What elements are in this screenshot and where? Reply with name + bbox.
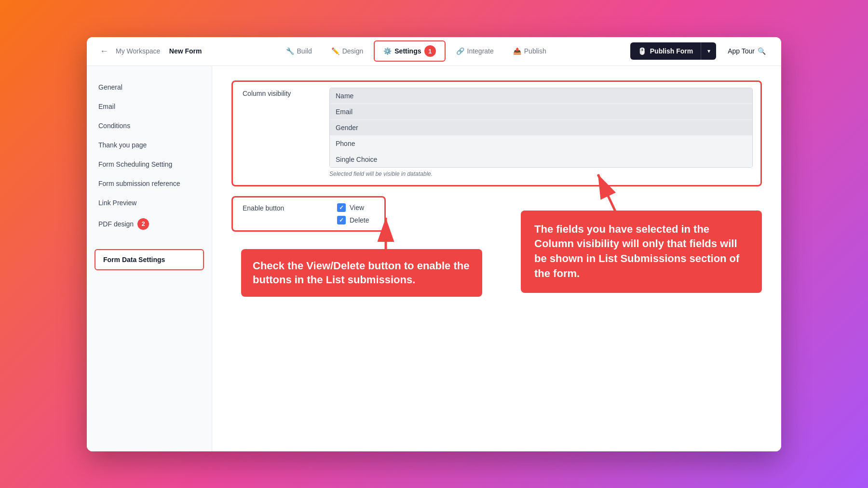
build-icon: 🔧 xyxy=(286,47,294,55)
tab-publish-label: Publish xyxy=(524,47,546,55)
col-vis-single-choice[interactable]: Single Choice xyxy=(330,152,752,167)
hand-icon: 🖱️ xyxy=(638,47,646,55)
design-icon: ✏️ xyxy=(331,47,339,55)
sidebar-item-submission-ref[interactable]: Form submission reference xyxy=(87,174,212,193)
col-vis-phone[interactable]: Phone xyxy=(330,136,752,152)
view-label: View xyxy=(350,204,364,211)
tooltip-right: The fields you have selected in the Colu… xyxy=(521,211,762,293)
enable-button-label: Enable button xyxy=(233,198,329,219)
publish-form-button[interactable]: 🖱️ Publish Form ▾ xyxy=(630,42,716,60)
sidebar-item-pdf-design[interactable]: PDF design 2 xyxy=(87,212,212,236)
tab-settings[interactable]: ⚙️ Settings 1 xyxy=(374,40,445,62)
pdf-badge: 2 xyxy=(137,218,149,230)
svg-line-3 xyxy=(598,174,617,215)
column-visibility-list: Name Email Gender Phone xyxy=(329,88,753,168)
col-vis-name[interactable]: Name xyxy=(330,88,752,104)
integrate-icon: 🔗 xyxy=(456,47,464,55)
col-vis-email[interactable]: Email xyxy=(330,104,752,120)
tab-integrate[interactable]: 🔗 Integrate xyxy=(448,43,502,59)
column-visibility-box: Column visibility Name Email Gender xyxy=(231,80,762,186)
tab-build[interactable]: 🔧 Build xyxy=(277,43,321,59)
delete-checkbox-row[interactable]: Delete xyxy=(337,216,369,224)
sidebar-item-thankyou[interactable]: Thank you page xyxy=(87,135,212,155)
col-vis-hint: Selected field will be visible in datata… xyxy=(329,168,753,181)
arrow-up-left xyxy=(588,167,637,220)
publish-icon: 📤 xyxy=(513,47,521,55)
column-visibility-label: Column visibility xyxy=(233,82,329,105)
sidebar-item-scheduling[interactable]: Form Scheduling Setting xyxy=(87,155,212,174)
sidebar-item-email[interactable]: Email xyxy=(87,97,212,116)
back-icon: ← xyxy=(100,46,108,56)
publish-form-dropdown[interactable]: ▾ xyxy=(701,42,716,60)
form-name-label: New Form xyxy=(169,47,202,55)
arrow-up-right xyxy=(366,211,405,259)
main-content: General Email Conditions Thank you page … xyxy=(87,66,781,451)
tab-design-label: Design xyxy=(342,47,364,55)
publish-form-label: Publish Form xyxy=(650,47,693,55)
tab-settings-label: Settings xyxy=(394,47,421,55)
tab-build-label: Build xyxy=(297,47,312,55)
sidebar-item-conditions[interactable]: Conditions xyxy=(87,116,212,135)
sidebar-item-link-preview[interactable]: Link Preview xyxy=(87,193,212,212)
column-visibility-control[interactable]: Name Email Gender Phone xyxy=(329,82,760,185)
app-tour-button[interactable]: App Tour 🔍 xyxy=(722,43,772,59)
workspace-label: My Workspace xyxy=(116,47,160,55)
view-checkbox[interactable] xyxy=(337,203,346,212)
settings-icon: ⚙️ xyxy=(383,47,392,55)
tab-integrate-label: Integrate xyxy=(467,47,494,55)
enable-button-box: Enable button View Delete xyxy=(231,196,386,232)
col-vis-gender[interactable]: Gender xyxy=(330,120,752,136)
nav-bar: ← My Workspace New Form 🔧 Build ✏️ Desig… xyxy=(87,37,781,66)
tab-publish[interactable]: 📤 Publish xyxy=(504,43,555,59)
tab-design[interactable]: ✏️ Design xyxy=(323,43,372,59)
search-icon: 🔍 xyxy=(758,47,766,55)
breadcrumb-separator xyxy=(162,47,164,55)
sidebar: General Email Conditions Thank you page … xyxy=(87,66,212,451)
nav-right: 🖱️ Publish Form ▾ App Tour 🔍 xyxy=(630,42,772,60)
sidebar-item-general[interactable]: General xyxy=(87,78,212,97)
back-button[interactable]: ← xyxy=(96,43,112,59)
settings-badge: 1 xyxy=(424,45,436,57)
nav-tabs: 🔧 Build ✏️ Design ⚙️ Settings 1 🔗 Integr… xyxy=(202,40,630,62)
delete-checkbox[interactable] xyxy=(337,216,346,224)
sidebar-item-form-data-settings[interactable]: Form Data Settings xyxy=(95,249,204,270)
view-checkbox-row[interactable]: View xyxy=(337,203,369,212)
app-tour-label: App Tour xyxy=(728,47,755,55)
app-window: ← My Workspace New Form 🔧 Build ✏️ Desig… xyxy=(87,37,781,451)
tooltip-left: Check the View/Delete button to enable t… xyxy=(241,249,482,297)
content-area: Column visibility Name Email Gender xyxy=(212,66,781,451)
